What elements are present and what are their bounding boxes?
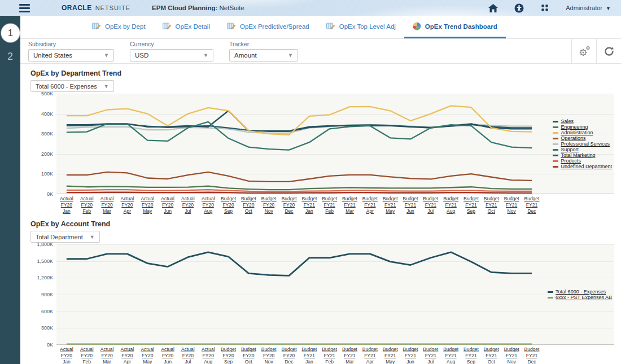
legend-item-products[interactable]: Products <box>553 158 612 164</box>
y-tick-label: 900K <box>41 292 53 297</box>
y-tick-label: 500K <box>41 91 53 97</box>
series-line-engineering[interactable] <box>67 186 532 190</box>
tab-opex-by-dept[interactable]: OpEx by Dept <box>84 16 154 38</box>
y-tick-label: 300K <box>41 131 53 137</box>
x-tick-label[interactable]: ActualFY20Mar <box>97 347 117 364</box>
legend-item-sales[interactable]: Sales <box>553 119 612 124</box>
x-tick-label[interactable]: ActualFY20Feb <box>77 347 97 364</box>
x-tick-label[interactable]: BudgetFY20Nov <box>259 196 279 214</box>
x-tick-label[interactable]: ActualFY20Jun <box>158 196 178 214</box>
tab-label: OpEx Trend Dashboard <box>425 23 497 30</box>
refresh-icon[interactable] <box>596 39 621 64</box>
chart-title: OpEx by Account Trend <box>30 220 614 228</box>
home-icon[interactable] <box>488 3 498 13</box>
x-tick-label[interactable]: BudgetFY21Jul <box>421 347 441 364</box>
x-tick-label[interactable]: BudgetFY21Nov <box>501 347 522 364</box>
x-tick-label[interactable]: BudgetFY21Oct <box>481 347 501 364</box>
x-tick-label[interactable]: BudgetFY21Jan <box>299 196 320 214</box>
x-tick-label[interactable]: ActualFY20May <box>137 347 158 364</box>
series-line-total-6000-expenses[interactable] <box>67 252 532 276</box>
x-tick-label[interactable]: BudgetFY21Mar <box>340 196 360 214</box>
x-tick-label[interactable]: ActualFY20Jan <box>56 347 77 364</box>
legend-label: Support <box>561 147 579 152</box>
x-tick-label[interactable]: BudgetFY21Aug <box>441 347 461 364</box>
x-tick-label[interactable]: BudgetFY21Feb <box>320 196 340 214</box>
series-line-undefined-department[interactable] <box>67 192 532 193</box>
x-tick-label[interactable]: BudgetFY20Dec <box>279 196 299 214</box>
tab-opex-top-level-adj[interactable]: OpEx Top Level Adj <box>318 16 404 38</box>
legend-item-professional-services[interactable]: Professional Services <box>553 141 612 147</box>
x-tick-label[interactable]: ActualFY20Aug <box>198 196 218 214</box>
hamburger-menu-icon[interactable] <box>19 2 30 14</box>
filter-tracker: Tracker Amount ▼ <box>229 41 298 62</box>
x-tick-label[interactable]: BudgetFY20Oct <box>238 347 259 364</box>
x-tick-label[interactable]: BudgetFY21Dec <box>522 196 542 214</box>
x-tick-label[interactable]: BudgetFY21Jul <box>421 196 441 214</box>
legend-item-total-6000-expenses[interactable]: Total 6000 - Expenses <box>548 289 612 295</box>
tab-opex-trend-dashboard[interactable]: OpEx Trend Dashboard <box>404 16 506 38</box>
user-menu[interactable]: Administrator ▼ <box>566 5 611 11</box>
x-tick-label[interactable]: BudgetFY21Jun <box>400 196 421 214</box>
subsidiary-select[interactable]: United States ▼ <box>28 49 114 62</box>
currency-select[interactable]: USD ▼ <box>130 49 213 62</box>
x-tick-label[interactable]: ActualFY20Feb <box>77 196 97 214</box>
x-tick-label[interactable]: BudgetFY21Dec <box>522 347 542 364</box>
x-tick-label[interactable]: BudgetFY20Sep <box>218 196 239 214</box>
legend-swatch <box>553 121 558 122</box>
chevron-down-icon: ▼ <box>90 234 95 240</box>
x-tick-label[interactable]: BudgetFY21Mar <box>340 347 360 364</box>
legend-item-engineering[interactable]: Engineering <box>553 124 612 130</box>
x-tick-label[interactable]: ActualFY20Jul <box>178 347 198 364</box>
tracker-select[interactable]: Amount ▼ <box>229 49 298 62</box>
tab-opex-detail[interactable]: OpEx Detail <box>154 16 218 38</box>
x-tick-label[interactable]: BudgetFY21Feb <box>320 347 340 364</box>
legend-item-6xxx-pst-expenses-ab[interactable]: 6xxx - PST Expenses AB <box>548 295 612 300</box>
tab-opex-predictive-spread[interactable]: OpEx Predictive/Spread <box>218 16 318 38</box>
filter-tracker-label: Tracker <box>229 41 298 47</box>
x-tick-label[interactable]: BudgetFY21Nov <box>501 196 522 214</box>
x-axis-labels: ActualFY20JanActualFY20FebActualFY20MarA… <box>56 196 542 214</box>
form-pencil-icon <box>227 23 236 30</box>
x-tick-label[interactable]: BudgetFY21Sep <box>461 347 482 364</box>
x-tick-label[interactable]: BudgetFY20Sep <box>218 347 239 364</box>
x-tick-label[interactable]: ActualFY20Jan <box>56 196 77 214</box>
x-tick-label[interactable]: BudgetFY21Apr <box>360 196 380 214</box>
x-tick-label[interactable]: BudgetFY21Aug <box>441 196 461 214</box>
x-tick-label[interactable]: BudgetFY21Jan <box>299 347 320 364</box>
x-tick-label[interactable]: ActualFY20Apr <box>117 347 137 364</box>
left-annotation-rail: 1 2 <box>0 16 20 364</box>
series-line-operations[interactable] <box>67 172 532 182</box>
x-tick-label[interactable]: BudgetFY21Apr <box>360 347 380 364</box>
x-tick-label[interactable]: ActualFY20Aug <box>198 347 218 364</box>
y-tick-label: 0K <box>47 191 53 197</box>
legend-item-operations[interactable]: Operations <box>553 135 612 141</box>
x-tick-label[interactable]: BudgetFY21Jun <box>400 347 421 364</box>
x-tick-label[interactable]: ActualFY20Apr <box>117 196 137 214</box>
legend-item-undefined-department[interactable]: Undefined Department <box>553 164 612 169</box>
legend-item-administration[interactable]: Administration <box>553 130 612 135</box>
legend-item-total-marketing[interactable]: Total Marketing <box>553 152 612 158</box>
tab-label: OpEx Predictive/Spread <box>240 23 309 30</box>
x-tick-label[interactable]: ActualFY20Jul <box>178 196 198 214</box>
legend-item-support[interactable]: Support <box>553 147 612 152</box>
x-tick-label[interactable]: ActualFY20Mar <box>97 196 117 214</box>
accessibility-icon[interactable] <box>514 3 524 13</box>
chevron-down-icon: ▼ <box>288 52 293 58</box>
x-tick-label[interactable]: ActualFY20May <box>137 196 158 214</box>
series-line-products[interactable] <box>67 190 532 191</box>
x-tick-label[interactable]: BudgetFY20Dec <box>279 347 299 364</box>
x-tick-label[interactable]: BudgetFY21Oct <box>481 196 501 214</box>
account-trend-chart[interactable]: Total 6000 - Expenses6xxx - PST Expenses… <box>56 244 614 345</box>
apps-grid-icon[interactable] <box>540 3 550 13</box>
department-trend-chart[interactable]: SalesEngineeringAdministrationOperations… <box>56 94 614 194</box>
x-tick-label[interactable]: BudgetFY21May <box>380 196 400 214</box>
chevron-down-icon: ▼ <box>606 6 611 11</box>
pie-chart-icon <box>413 22 421 30</box>
x-tick-label[interactable]: BudgetFY21Sep <box>461 196 482 214</box>
chevron-down-icon: ▼ <box>104 84 109 89</box>
x-tick-label[interactable]: ActualFY20Jun <box>158 347 178 364</box>
x-tick-label[interactable]: BudgetFY20Nov <box>259 347 279 364</box>
x-tick-label[interactable]: BudgetFY20Oct <box>238 196 259 214</box>
settings-gear-icon[interactable] <box>571 39 596 64</box>
x-tick-label[interactable]: BudgetFY21May <box>380 347 400 364</box>
